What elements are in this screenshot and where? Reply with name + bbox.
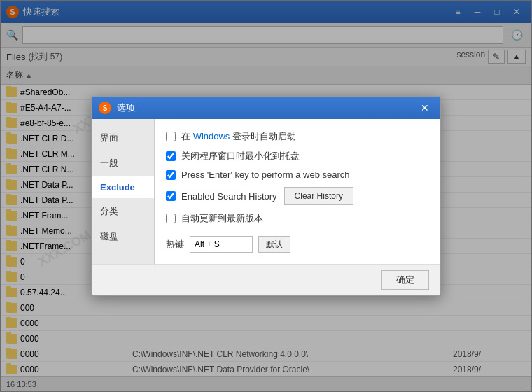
clear-history-button[interactable]: Clear History: [284, 187, 354, 205]
auto-start-label: 在 Windows 登录时自动启动: [181, 130, 296, 143]
minimize-tray-label: 关闭程序窗口时最小化到托盘: [181, 150, 300, 162]
dialog-title-bar: S 选项 ✕: [92, 97, 440, 119]
dialog-content: 在 Windows 登录时自动启动 关闭程序窗口时最小化到托盘 Press 'E…: [155, 119, 440, 264]
hotkey-input[interactable]: [190, 236, 253, 253]
dialog-close-button[interactable]: ✕: [416, 100, 433, 115]
dialog-footer: 确定: [92, 264, 440, 295]
minimize-tray-checkbox[interactable]: [166, 151, 176, 161]
nav-item-disk[interactable]: 磁盘: [92, 225, 154, 248]
auto-update-checkbox[interactable]: [166, 214, 176, 223]
option-auto-update: 自动更新到最新版本: [166, 212, 429, 225]
enter-web-label: Press 'Enter' key to perform a web searc…: [181, 169, 350, 180]
dialog-title: 选项: [117, 102, 416, 114]
dialog-icon: S: [99, 102, 111, 114]
dialog-body: 界面 一般 Exclude 分类 磁盘: [92, 119, 440, 264]
hotkey-label: 热键: [166, 238, 184, 251]
nav-item-general[interactable]: 一般: [92, 151, 154, 175]
options-dialog: S 选项 ✕ 界面 一般 Exclude 分类: [91, 96, 441, 296]
search-history-checkbox[interactable]: [166, 191, 176, 201]
enter-web-checkbox[interactable]: [166, 170, 176, 180]
auto-start-checkbox[interactable]: [166, 132, 176, 141]
windows-link: Windows: [193, 131, 230, 141]
nav-item-exclude[interactable]: Exclude: [92, 176, 154, 198]
auto-update-label: 自动更新到最新版本: [181, 212, 263, 225]
option-search-history: Enabled Search History: [166, 191, 277, 202]
ok-button[interactable]: 确定: [382, 270, 429, 290]
search-history-label: Enabled Search History: [181, 191, 277, 202]
default-button[interactable]: 默认: [258, 236, 290, 253]
option-auto-start: 在 Windows 登录时自动启动: [166, 130, 429, 143]
option-minimize-tray: 关闭程序窗口时最小化到托盘: [166, 150, 429, 162]
option-search-history-row: Enabled Search History Clear History: [166, 187, 429, 205]
dialog-sidebar: 界面 一般 Exclude 分类 磁盘: [92, 119, 155, 264]
nav-item-ui[interactable]: 界面: [92, 126, 154, 150]
modal-overlay: S 选项 ✕ 界面 一般 Exclude 分类: [0, 0, 532, 392]
option-enter-web: Press 'Enter' key to perform a web searc…: [166, 169, 429, 180]
nav-item-category[interactable]: 分类: [92, 200, 154, 223]
hotkey-row: 热键 默认: [166, 236, 429, 253]
